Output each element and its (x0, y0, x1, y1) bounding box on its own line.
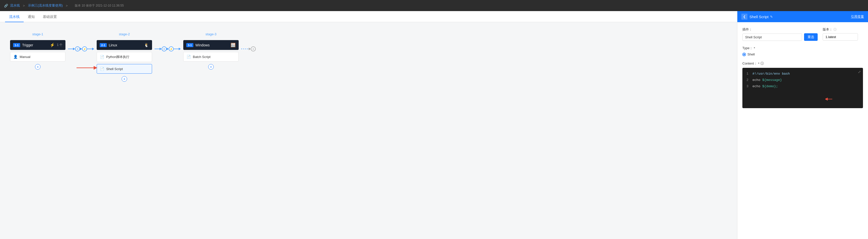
stage-col-3: stage-3 3-1 Windows 🪟 📄 Batch Script + (181, 32, 241, 70)
version-info-icon[interactable]: ⓘ (834, 27, 837, 32)
stage-2-header[interactable]: 2-1 Linux 🐧 (97, 40, 152, 50)
stages-row: stage-1 1-1 Trigger ⚡ 1 个 👤 Manual + (7, 32, 730, 82)
content-label-text: Content： (742, 61, 757, 66)
code-line-3: 3 echo ${demo}; (742, 83, 863, 90)
step-python[interactable]: 📄 Python脚本执行 (97, 52, 152, 62)
line-num-2: 2 (742, 78, 752, 83)
shell-icon: 📄 (100, 67, 104, 71)
top-nav: 🔗 流水线 > 示例三(流水线变量使用) > 版本 10 保存于 2021-12… (0, 0, 868, 11)
conn-line-1 (68, 49, 73, 49)
right-panel-header: ❮ Shell Script ✎ 引用变量 (737, 11, 868, 22)
line-content-1: #!/usr/bin/env bash (752, 71, 790, 77)
red-arrow-annotation (76, 64, 99, 72)
plugin-input-row: 重选 (742, 33, 818, 41)
line-content-2: echo ${message} (752, 78, 782, 83)
left-panel: 流水线 通知 基础设置 stage-1 1-1 Trigger ⚡ 1 个 👤 (0, 11, 737, 239)
echo-keyword: echo (752, 78, 762, 82)
cursor-indicator (825, 97, 833, 103)
manual-icon: 👤 (13, 55, 18, 59)
conn-arrow-2 (160, 48, 162, 50)
add-step-1[interactable]: + (35, 64, 40, 70)
conn-arrow-2c (179, 48, 181, 50)
reset-plugin-btn[interactable]: 重选 (804, 33, 818, 41)
version-info: 版本 10 保存于 2021-12-10 11:36:55 (75, 3, 124, 8)
conn-arrow-3 (249, 48, 251, 50)
breadcrumb-sep1: > (23, 4, 25, 7)
line-content-3: echo ${demo}; (752, 84, 778, 89)
conn-plus-1[interactable]: + (75, 46, 80, 51)
chevron-left-icon: ❮ (743, 15, 746, 19)
conn-arrow-2b (167, 48, 169, 50)
plugin-input[interactable] (742, 33, 802, 41)
panel-title: Shell Script ✎ (749, 15, 849, 19)
panel-title-text: Shell Script (749, 15, 769, 19)
tab-notification[interactable]: 通知 (24, 12, 39, 22)
content-section: Content： * ⓘ 1 #!/usr/bin/env bash 2 ech… (742, 61, 863, 108)
line-num-1: 1 (742, 71, 752, 77)
conn-line-1b (87, 49, 92, 49)
stage-3-header[interactable]: 3-1 Windows 🪟 (183, 40, 239, 50)
tab-pipeline[interactable]: 流水线 (5, 12, 24, 22)
python-icon: 📄 (100, 55, 104, 59)
echo2-keyword: echo (752, 84, 762, 88)
version-label: 版本： ⓘ (823, 27, 863, 32)
type-required-mark: * (754, 46, 755, 50)
breadcrumb-example[interactable]: 示例三(流水线变量使用) (28, 3, 63, 8)
conn-dashed-1 (241, 49, 249, 49)
collapse-panel-btn[interactable]: ❮ (741, 14, 747, 20)
conn-circle-1[interactable]: ⚡ (82, 46, 87, 51)
content-required-mark: * (758, 62, 760, 65)
demo-var: ${demo}; (762, 84, 778, 88)
stage-col-1: stage-1 1-1 Trigger ⚡ 1 个 👤 Manual + (7, 32, 68, 70)
add-step-3[interactable]: + (208, 64, 214, 70)
content-label-row: Content： * ⓘ (742, 61, 863, 66)
connector-3-end: + (241, 32, 256, 51)
stage-1-header[interactable]: 1-1 Trigger ⚡ 1 个 (10, 40, 65, 50)
plugin-label: 插件： (742, 27, 818, 32)
cursor-arrow-svg (825, 97, 833, 102)
step-manual[interactable]: 👤 Manual (10, 52, 65, 61)
step-shell-script[interactable]: 📄 Shell Script (97, 64, 152, 74)
step-batch[interactable]: 📄 Batch Script (183, 52, 239, 61)
stage-3-icon: 🪟 (230, 43, 236, 47)
stage-1-name: Trigger (22, 43, 48, 47)
stage-2-label: stage-2 (119, 32, 130, 36)
pipeline-icon: 🔗 (4, 4, 8, 7)
code-expand-btn[interactable]: ⤢ (858, 70, 861, 74)
edit-icon[interactable]: ✎ (770, 15, 773, 19)
code-line-2: 2 echo ${message} (742, 77, 863, 83)
conn-arrow-1c (92, 48, 94, 50)
conn-plus-2[interactable]: + (162, 46, 167, 51)
python-label: Python脚本执行 (106, 55, 149, 59)
tab-settings[interactable]: 基础设置 (39, 12, 61, 22)
stage-1-icon: ⚡ (50, 43, 55, 47)
conn-circle-2[interactable]: ⚡ (169, 46, 174, 51)
stage-3-label: stage-3 (206, 32, 216, 36)
shell-radio-group[interactable]: Shell (742, 52, 863, 56)
connector-2-3: + ⚡ (155, 32, 181, 51)
content-info-icon[interactable]: ⓘ (761, 61, 764, 66)
breadcrumb-pipeline[interactable]: 流水线 (10, 3, 20, 8)
code-editor[interactable]: 1 #!/usr/bin/env bash 2 echo ${message} … (742, 68, 863, 108)
type-label-row: Type： * (742, 46, 863, 50)
pipeline-canvas: stage-1 1-1 Trigger ⚡ 1 个 👤 Manual + (0, 22, 737, 239)
conn-line-2b (174, 49, 179, 49)
add-step-2[interactable]: + (122, 76, 127, 82)
version-input[interactable] (823, 33, 858, 41)
conn-arrow-1b (80, 48, 82, 50)
shell-radio-btn[interactable] (742, 53, 746, 56)
shell-label: Shell Script (106, 67, 149, 71)
conn-plus-3[interactable]: + (251, 46, 256, 51)
type-section: Type： * Shell (742, 46, 863, 56)
ref-variable-btn[interactable]: 引用变量 (851, 15, 864, 19)
stage-1-label: stage-1 (32, 32, 43, 36)
batch-icon: 📄 (187, 55, 191, 59)
stage-2-icon: 🐧 (144, 43, 149, 47)
batch-label: Batch Script (193, 55, 236, 59)
code-line-1: 1 #!/usr/bin/env bash (742, 71, 863, 77)
conn-line-2 (155, 49, 160, 49)
connector-1-2: + ⚡ (68, 32, 94, 51)
right-panel-body: 插件： 重选 版本： ⓘ Type： (737, 22, 868, 239)
stage-col-2: stage-2 2-1 Linux 🐧 📄 Python脚本执行 📄 (94, 32, 155, 82)
stage-3-name: Windows (195, 43, 228, 47)
